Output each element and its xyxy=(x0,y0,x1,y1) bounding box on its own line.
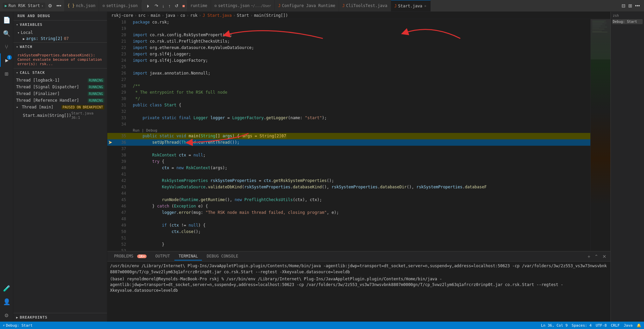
breadcrumb-main[interactable]: main xyxy=(151,13,160,18)
bp-area-36[interactable]: ⮞ xyxy=(107,139,113,146)
thread-main[interactable]: ▾ Thread [main] PAUSED ON BREAKPOINT xyxy=(13,104,107,110)
tab-bar: { } nch.json ⚙ settings.json ⏵ ↷ ↓ ↑ ↺ ■… xyxy=(64,0,641,11)
thread-ref-handler[interactable]: Thread [Reference Handler] RUNNING xyxy=(13,97,107,104)
tab-close-button[interactable]: ✕ xyxy=(424,4,427,8)
right-panel-debug-label[interactable]: Debug: Start xyxy=(612,19,643,24)
status-encoding-label: UTF-8 xyxy=(596,323,607,328)
status-debug[interactable]: ⚡ Debug: Start xyxy=(3,323,33,328)
line-content-47: logger.error(msg: "The RSK node main thr… xyxy=(130,209,590,216)
debug-stop[interactable]: ■ xyxy=(181,2,187,9)
code-line-51: 51 xyxy=(107,235,590,241)
run-more-button[interactable]: ••• xyxy=(55,2,63,9)
stack-frame-main[interactable]: Start.main(String[]) Start.java 36:1 xyxy=(13,110,107,121)
breadcrumb-src[interactable]: src xyxy=(138,13,146,18)
status-encoding[interactable]: UTF-8 xyxy=(596,323,607,328)
line-content-40: ctx = new RskContext(args); xyxy=(130,165,590,171)
breadcrumb-rskj-core[interactable]: rskj-core xyxy=(111,13,133,18)
breakpoints-header[interactable]: ▶ BREAKPOINTS xyxy=(13,313,107,322)
status-eol[interactable]: CRLF xyxy=(611,323,620,328)
bp-area-21 xyxy=(107,38,113,45)
variables-header[interactable]: ▾ VARIABLES xyxy=(13,20,107,29)
variable-item[interactable]: ▶ args: String[2] 07 xyxy=(13,36,107,42)
breadcrumb-rsk[interactable]: rsk xyxy=(190,13,198,18)
code-editor[interactable]: 18 package co.rsk; 19 20 import co.rsk.c… xyxy=(107,19,590,251)
tab-runtime[interactable]: runtime xyxy=(187,0,211,11)
activity-extensions[interactable]: ⊞ xyxy=(0,67,13,80)
debug-restart[interactable]: ↺ xyxy=(173,2,180,9)
activity-debug[interactable]: ▶ 1 xyxy=(0,53,13,67)
debug-step-over[interactable]: ↷ xyxy=(153,2,160,9)
var-chevron-icon: ▶ xyxy=(23,37,25,41)
thread-signal-status: RUNNING xyxy=(88,85,104,89)
debug-step-out[interactable]: ↑ xyxy=(167,2,172,9)
settings-icon: ⚙ xyxy=(102,3,105,8)
tab-settings-json[interactable]: ⚙ settings.json xyxy=(99,0,141,11)
panel-close-button[interactable]: ✕ xyxy=(601,253,608,260)
run-debug-label[interactable]: Run | Debug xyxy=(130,128,157,133)
line-num-51: 51 xyxy=(113,235,130,241)
debug-step-into[interactable]: ↓ xyxy=(161,2,166,9)
status-spaces[interactable]: Spaces: 4 xyxy=(572,323,592,328)
bp-area-37 xyxy=(107,146,113,152)
split-editor-button[interactable]: ⊟ xyxy=(620,2,627,9)
thread-main-status: PAUSED ON BREAKPOINT xyxy=(61,105,104,109)
tab-nch-json[interactable]: { } nch.json xyxy=(64,0,99,11)
variables-scope-local[interactable]: ▾ Local xyxy=(13,30,107,36)
status-position[interactable]: Ln 36, Col 9 xyxy=(541,323,568,328)
tab-settings-json2[interactable]: ⚙ settings.json ~/.../User xyxy=(211,0,275,11)
tab-terminal[interactable]: TERMINAL xyxy=(174,252,202,261)
thread-ref-handler-name: Thread [Reference Handler] xyxy=(16,98,79,103)
tab-output[interactable]: OUTPUT xyxy=(151,252,174,261)
breadcrumb-start-class[interactable]: Start xyxy=(237,13,249,18)
stack-frame-name: Start.main(String[]) xyxy=(23,113,71,118)
watch-section: ▾ WATCH rskSystemProperties.databaseKind… xyxy=(13,42,107,68)
callstack-header[interactable]: ▾ CALL STACK xyxy=(13,68,107,77)
activity-explorer[interactable]: 📄 xyxy=(0,13,13,27)
breadcrumb: rskj-core › src › main › java › co › rsk… xyxy=(107,12,610,19)
activity-settings[interactable]: ⚙ xyxy=(0,308,13,322)
tab-start-java[interactable]: J Start.java ✕ xyxy=(391,0,431,11)
status-lang-label: Java xyxy=(624,323,633,328)
breadcrumb-start-java[interactable]: J Start.java xyxy=(203,13,232,18)
tab-problems[interactable]: PROBLEMS 1K+ xyxy=(110,252,151,261)
activity-source-control[interactable]: ⑂ xyxy=(0,40,13,53)
status-notifications[interactable]: 🔔 xyxy=(637,323,641,328)
activity-search[interactable]: 🔍 xyxy=(0,27,13,40)
line-num-25: 25 xyxy=(113,64,130,70)
editor-content: 18 package co.rsk; 19 20 import co.rsk.c… xyxy=(107,19,590,251)
bp-area-46 xyxy=(107,203,113,209)
tab-debug-console[interactable]: DEBUG CONSOLE xyxy=(203,252,242,261)
watch-item[interactable]: rskSystemProperties.databaseKind(): Cann… xyxy=(16,52,104,67)
bp-area-34 xyxy=(107,121,113,128)
breadcrumb-main-method[interactable]: main(String[]) xyxy=(254,13,288,18)
run-debug-title: RUN AND DEBUG xyxy=(13,12,107,20)
thread-logback[interactable]: Thread [logback-1] RUNNING xyxy=(13,77,107,84)
thread-finalizer[interactable]: Thread [Finalizer] RUNNING xyxy=(13,90,107,97)
line-num-47: 47 xyxy=(113,209,130,216)
code-line-22: 22 import org.ethereum.datasource.KeyVal… xyxy=(107,45,590,51)
breadcrumb-co[interactable]: co xyxy=(180,13,185,18)
activity-testing[interactable]: 🧪 xyxy=(0,281,13,295)
line-num-32: 32 xyxy=(113,108,130,115)
run-settings-button[interactable]: ⚙ xyxy=(47,2,54,9)
tab-divider xyxy=(142,2,142,9)
status-language[interactable]: Java xyxy=(624,323,633,328)
line-content-43: KeyValueDataSource.validateDbKind(rskSys… xyxy=(130,184,590,190)
status-right: Ln 36, Col 9 Spaces: 4 UTF-8 CRLF Java 🔔 xyxy=(541,323,641,328)
code-line-53: 53 xyxy=(107,248,590,251)
breadcrumb-java[interactable]: java xyxy=(165,13,175,18)
tab-cli-tools[interactable]: J CliToolsTest.java xyxy=(339,0,391,11)
more-actions-button[interactable]: ••• xyxy=(634,2,641,9)
debug-step-continue[interactable]: ⏵ xyxy=(145,2,152,9)
terminal-content[interactable]: /usr/bin/env /Library/Internet\ Plug-Ins… xyxy=(107,262,610,322)
activity-account[interactable]: 👤 xyxy=(0,295,13,308)
panel-maximize-button[interactable]: ⌃ xyxy=(593,253,600,260)
panel-add-button[interactable]: + xyxy=(586,253,592,260)
bp-area-29 xyxy=(107,89,113,96)
tab-configure-java[interactable]: J Configure Java Runtime xyxy=(275,0,339,11)
thread-signal[interactable]: Thread [Signal Dispatcher] RUNNING xyxy=(13,84,107,90)
editor-layout-button[interactable]: ⊞ xyxy=(627,2,634,9)
watch-header[interactable]: ▾ WATCH xyxy=(13,43,107,51)
run-config-group[interactable]: ▶ Run RSK Start ▾ xyxy=(3,3,45,9)
bp-area-47 xyxy=(107,209,113,216)
